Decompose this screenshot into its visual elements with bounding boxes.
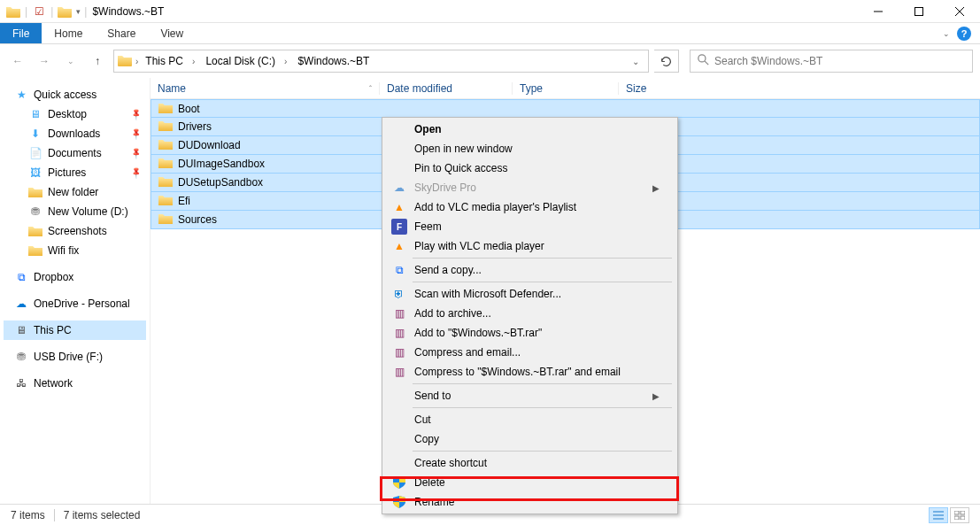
sidebar: ★Quick access 🖥Desktop ⬇Downloads 📄Docum… bbox=[0, 78, 150, 504]
ctx-copy[interactable]: Copy bbox=[384, 429, 675, 449]
qat-sep3: | bbox=[84, 5, 87, 18]
sidebar-item-thispc[interactable]: 🖥This PC bbox=[4, 320, 146, 340]
ctx-open[interactable]: Open bbox=[384, 120, 675, 139]
window-title: $Windows.~BT bbox=[92, 5, 164, 18]
back-button[interactable]: ← bbox=[7, 50, 28, 72]
folder-icon bbox=[28, 243, 42, 258]
col-name[interactable]: Nameˆ bbox=[158, 82, 379, 95]
feem-icon: F bbox=[391, 219, 407, 235]
uac-shield-icon bbox=[391, 494, 407, 510]
ctx-feem[interactable]: FFeem bbox=[384, 217, 675, 236]
sidebar-item-newvolume[interactable]: ⛃New Volume (D:) bbox=[4, 202, 146, 221]
col-size[interactable]: Size bbox=[618, 82, 689, 95]
view-icons-button[interactable] bbox=[950, 507, 969, 523]
address-dropdown-icon[interactable]: ⌄ bbox=[627, 57, 644, 66]
ctx-send-to[interactable]: Send to▶ bbox=[384, 386, 675, 405]
search-input[interactable]: Search $Windows.~BT bbox=[690, 50, 973, 73]
sidebar-item-wififix[interactable]: Wifi fix bbox=[4, 241, 146, 260]
sidebar-item-desktop[interactable]: 🖥Desktop bbox=[4, 104, 146, 124]
up-button[interactable]: ↑ bbox=[87, 50, 108, 72]
ctx-delete[interactable]: Delete bbox=[384, 473, 675, 492]
winrar-icon: ▥ bbox=[391, 325, 407, 341]
chevron-right-icon: ▶ bbox=[652, 183, 660, 193]
ctx-pin-quick-access[interactable]: Pin to Quick access bbox=[384, 158, 675, 178]
close-button[interactable] bbox=[939, 0, 980, 23]
search-icon bbox=[698, 54, 709, 68]
column-headers: Nameˆ Date modified Type Size bbox=[150, 78, 980, 99]
app-folder-icon bbox=[5, 4, 21, 19]
qat-sep: | bbox=[25, 5, 27, 18]
sidebar-item-downloads[interactable]: ⬇Downloads bbox=[4, 124, 146, 143]
crumb-thispc[interactable]: This PC› bbox=[142, 55, 198, 67]
col-type[interactable]: Type bbox=[512, 82, 618, 95]
context-menu: Open Open in new window Pin to Quick acc… bbox=[382, 117, 678, 514]
svg-rect-12 bbox=[961, 516, 965, 520]
address-bar[interactable]: › This PC› Local Disk (C:)› $Windows.~BT… bbox=[113, 50, 649, 73]
crumb-localdisk[interactable]: Local Disk (C:)› bbox=[202, 55, 290, 67]
sidebar-item-documents[interactable]: 📄Documents bbox=[4, 143, 146, 163]
tab-share[interactable]: Share bbox=[95, 23, 148, 43]
ctx-vlc-play[interactable]: ▲Play with VLC media player bbox=[384, 236, 675, 256]
col-date[interactable]: Date modified bbox=[379, 82, 512, 95]
ctx-create-shortcut[interactable]: Create shortcut bbox=[384, 453, 675, 473]
folder-icon bbox=[28, 224, 42, 238]
file-row[interactable]: Boot bbox=[150, 99, 980, 118]
sidebar-item-dropbox[interactable]: ⧉Dropbox bbox=[4, 267, 146, 287]
shield-icon: ⛨ bbox=[391, 286, 407, 302]
usb-icon: ⛃ bbox=[14, 350, 28, 364]
status-selected: 7 items selected bbox=[64, 509, 141, 521]
ctx-send-copy[interactable]: ⧉Send a copy... bbox=[384, 260, 675, 280]
search-placeholder: Search $Windows.~BT bbox=[714, 55, 822, 67]
chevron-right-icon: ▶ bbox=[652, 391, 660, 401]
sidebar-item-onedrive[interactable]: ☁OneDrive - Personal bbox=[4, 294, 146, 313]
svg-line-5 bbox=[705, 61, 708, 65]
sidebar-item-pictures[interactable]: 🖼Pictures bbox=[4, 163, 146, 182]
winrar-icon: ▥ bbox=[391, 344, 407, 360]
documents-icon: 📄 bbox=[28, 146, 42, 160]
ctx-defender[interactable]: ⛨Scan with Microsoft Defender... bbox=[384, 284, 675, 304]
chevron-icon[interactable]: › bbox=[135, 57, 138, 66]
winrar-icon: ▥ bbox=[391, 305, 407, 321]
sidebar-item-usb[interactable]: ⛃USB Drive (F:) bbox=[4, 347, 146, 367]
desktop-icon: 🖥 bbox=[28, 107, 42, 121]
recent-dropdown-icon[interactable]: ⌄ bbox=[60, 50, 81, 72]
folder-icon bbox=[158, 157, 173, 171]
dropbox-icon: ⧉ bbox=[14, 270, 28, 284]
ctx-vlc-playlist[interactable]: ▲Add to VLC media player's Playlist bbox=[384, 197, 675, 217]
tab-home[interactable]: Home bbox=[42, 23, 95, 43]
sidebar-item-newfolder[interactable]: New folder bbox=[4, 182, 146, 202]
sidebar-item-network[interactable]: 🖧Network bbox=[4, 374, 146, 393]
maximize-button[interactable] bbox=[899, 0, 939, 23]
ctx-add-rar[interactable]: ▥Add to "$Windows.~BT.rar" bbox=[384, 323, 675, 343]
ctx-rename[interactable]: Rename bbox=[384, 492, 675, 512]
star-icon: ★ bbox=[14, 88, 28, 102]
view-details-button[interactable] bbox=[929, 507, 948, 523]
refresh-button[interactable] bbox=[654, 50, 679, 73]
folder-icon bbox=[28, 185, 42, 199]
ctx-cut[interactable]: Cut bbox=[384, 410, 675, 429]
sidebar-item-quickaccess[interactable]: ★Quick access bbox=[4, 85, 146, 104]
forward-button[interactable]: → bbox=[34, 50, 55, 72]
qat-properties-icon[interactable]: ☑ bbox=[31, 5, 47, 18]
ctx-compress-email[interactable]: ▥Compress and email... bbox=[384, 343, 675, 362]
folder-icon bbox=[158, 175, 173, 189]
sidebar-item-screenshots[interactable]: Screenshots bbox=[4, 221, 146, 241]
help-icon[interactable]: ? bbox=[957, 27, 971, 41]
address-folder-icon bbox=[118, 54, 132, 69]
folder-icon bbox=[158, 194, 173, 208]
tab-file[interactable]: File bbox=[0, 23, 42, 43]
sort-indicator-icon: ˆ bbox=[369, 84, 372, 93]
ribbon: File Home Share View ⌄ ? bbox=[0, 23, 980, 44]
minimize-button[interactable] bbox=[858, 0, 899, 23]
ctx-add-archive[interactable]: ▥Add to archive... bbox=[384, 304, 675, 323]
ribbon-expand-icon[interactable]: ⌄ bbox=[943, 29, 950, 38]
tab-view[interactable]: View bbox=[148, 23, 196, 43]
qat-newfolder-icon[interactable] bbox=[57, 4, 73, 19]
qat-dropdown-icon[interactable]: ▾ bbox=[76, 7, 81, 16]
svg-point-4 bbox=[698, 55, 706, 62]
ctx-open-new-window[interactable]: Open in new window bbox=[384, 139, 675, 158]
onedrive-icon: ☁ bbox=[14, 297, 28, 311]
network-icon: 🖧 bbox=[14, 376, 28, 390]
crumb-current[interactable]: $Windows.~BT bbox=[294, 55, 373, 67]
ctx-compress-rar-email[interactable]: ▥Compress to "$Windows.~BT.rar" and emai… bbox=[384, 362, 675, 382]
